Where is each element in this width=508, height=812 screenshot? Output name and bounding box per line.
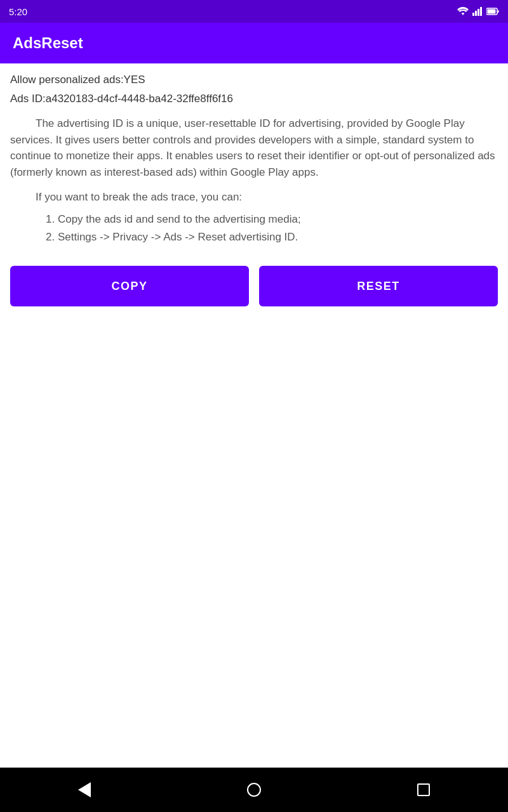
app-bar: AdsReset — [0, 23, 508, 63]
ads-id-label: Ads ID:a4320183-d4cf-4448-ba42-32ffe8ff6… — [10, 93, 498, 105]
battery-icon — [486, 8, 499, 15]
svg-rect-0 — [472, 13, 474, 16]
home-button[interactable] — [238, 774, 270, 806]
instructions-list: 1. Copy the ads id and send to the adver… — [46, 211, 498, 247]
instruction-2: 2. Settings -> Privacy -> Ads -> Reset a… — [46, 228, 498, 247]
status-icons — [457, 7, 499, 16]
copy-button[interactable]: COPY — [10, 266, 249, 306]
signal-icon — [472, 7, 483, 16]
instructions-intro: If you want to break the ads trace, you … — [10, 189, 498, 206]
back-button[interactable] — [69, 774, 100, 806]
main-content: Allow personalized ads:YES Ads ID:a43201… — [0, 63, 508, 768]
app-title: AdsReset — [13, 34, 83, 52]
status-time: 5:20 — [9, 6, 27, 17]
svg-rect-6 — [498, 10, 499, 13]
recents-button[interactable] — [408, 774, 439, 806]
svg-rect-2 — [478, 9, 479, 16]
home-icon — [247, 783, 261, 797]
description-text: The advertising ID is a unique, user-res… — [10, 115, 498, 180]
status-bar: 5:20 — [0, 0, 508, 23]
svg-rect-3 — [480, 7, 482, 16]
svg-rect-1 — [475, 11, 477, 16]
navigation-bar — [0, 768, 508, 812]
svg-rect-5 — [488, 10, 496, 14]
back-icon — [78, 782, 91, 797]
recents-icon — [417, 783, 430, 796]
allow-ads-label: Allow personalized ads:YES — [10, 74, 498, 86]
wifi-icon — [457, 7, 469, 16]
action-buttons: COPY RESET — [10, 266, 498, 306]
instruction-1: 1. Copy the ads id and send to the adver… — [46, 211, 498, 229]
reset-button[interactable]: RESET — [259, 266, 498, 306]
